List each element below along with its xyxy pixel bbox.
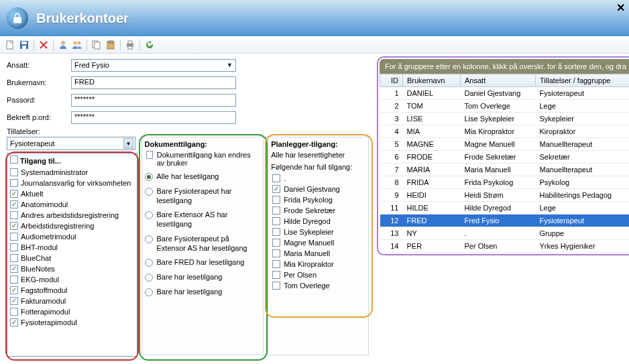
table-row[interactable]: 8FRIDAFrida PsykologPsykolog	[380, 176, 630, 189]
save-icon[interactable]	[18, 39, 30, 51]
checkbox-icon[interactable]	[10, 211, 18, 219]
table-row[interactable]: 3LISELise SykepleierSykepleier	[380, 113, 630, 125]
tilgang-item[interactable]: Systemadministrator	[7, 167, 137, 178]
checkbox-icon[interactable]	[272, 239, 280, 247]
checkbox-icon[interactable]	[272, 271, 280, 279]
checkbox-icon[interactable]	[10, 156, 18, 164]
col-id[interactable]: ID	[380, 74, 403, 87]
tilgang-item[interactable]: BlueNotes	[7, 263, 137, 274]
table-row[interactable]: 9HEIDIHeidi StrømHabiliterings Pedagog	[380, 189, 630, 202]
tilgang-item[interactable]: EKG-modul	[7, 274, 137, 285]
user-icon[interactable]	[57, 39, 69, 51]
planner-item[interactable]: Hilde Dyregod	[271, 216, 365, 227]
checkbox-icon[interactable]	[272, 217, 280, 225]
print-icon[interactable]	[124, 39, 136, 51]
radio-icon[interactable]	[145, 235, 153, 243]
tilgang-item[interactable]: Fagstoffmodul	[7, 285, 137, 296]
checkbox-icon[interactable]	[10, 297, 18, 305]
brukernavn-input[interactable]: FRED	[71, 76, 236, 89]
tilgang-item[interactable]: Aktuelt	[7, 188, 137, 199]
doc-radio-option[interactable]: Bare har lesetilgang	[145, 273, 261, 282]
tilgang-item[interactable]: Anatomimodul	[7, 199, 137, 210]
checkbox-icon[interactable]	[10, 168, 18, 176]
checkbox-icon[interactable]	[10, 308, 18, 316]
table-row[interactable]: 13NY.Gruppe	[380, 227, 630, 240]
checkbox-icon[interactable]	[10, 190, 18, 198]
col-brukernavn[interactable]: Brukernavn	[403, 74, 461, 87]
checkbox-icon[interactable]	[272, 249, 280, 257]
tilgang-item[interactable]: Fotterapimodul	[7, 306, 137, 317]
radio-icon[interactable]	[145, 288, 153, 296]
copy-icon[interactable]	[91, 39, 103, 51]
table-row[interactable]: 6FRODEFrode SekretærSekretær	[380, 151, 630, 164]
doc-radio-option[interactable]: Alle har lesetilgang	[145, 172, 261, 182]
checkbox-icon[interactable]	[10, 243, 18, 251]
tilgang-item[interactable]: Andres arbeidstidsregistrering	[7, 210, 137, 221]
bekreft-input[interactable]: *******	[71, 111, 236, 124]
doc-radio-option[interactable]: Bare Fysioterapeut har lesetilgang	[145, 187, 261, 206]
doc-radio-option[interactable]: Bare Fysioterapeut på Extensor AS har le…	[145, 235, 261, 253]
tilgang-item[interactable]: BlueChat	[7, 253, 137, 263]
radio-icon[interactable]	[145, 173, 153, 181]
radio-icon[interactable]	[145, 259, 153, 267]
tillatelser-dropdown[interactable]: Fysioterapeut ▼	[7, 137, 135, 150]
checkbox-icon[interactable]	[10, 254, 18, 262]
radio-icon[interactable]	[145, 274, 153, 282]
planner-item[interactable]: Lise Sykepleier	[271, 227, 365, 237]
checkbox-icon[interactable]	[10, 286, 18, 294]
planner-item[interactable]: Frode Sekretær	[271, 205, 365, 216]
table-row[interactable]: 11HILDEHilde DyregodLege	[380, 202, 630, 215]
checkbox-icon[interactable]	[272, 282, 280, 290]
ansatt-dropdown[interactable]: Fred Fysio ▼	[71, 59, 236, 72]
checkbox-icon[interactable]	[272, 174, 280, 182]
checkbox-icon[interactable]	[272, 185, 280, 193]
checkbox-icon[interactable]	[10, 200, 18, 208]
checkbox-icon[interactable]	[272, 206, 280, 215]
checkbox-icon[interactable]	[10, 276, 18, 284]
checkbox-icon[interactable]	[10, 318, 18, 326]
users-icon[interactable]	[71, 39, 83, 51]
planner-item[interactable]: Per Olsen	[271, 269, 365, 280]
tilgang-item[interactable]: BHT-modul	[7, 242, 137, 253]
table-row[interactable]: 5MAGNEMagne ManuellManuellterapeut	[380, 138, 630, 151]
checkbox-icon[interactable]	[10, 233, 18, 241]
planner-item[interactable]: Mia Kiropraktor	[271, 259, 365, 269]
col-tillatelser[interactable]: Tillatelser / faggruppe	[536, 74, 630, 87]
close-icon[interactable]: ✕	[616, 1, 625, 14]
planner-item[interactable]: Tom Overlege	[271, 280, 365, 291]
tilgang-item[interactable]: Journalansvarlig for virksomheten	[7, 178, 137, 188]
table-row[interactable]: 4MIAMia KiropraktorKiropraktor	[380, 125, 630, 138]
users-table[interactable]: ID Brukernavn Ansatt Tillatelser / faggr…	[380, 74, 629, 253]
new-icon[interactable]	[4, 39, 16, 51]
checkbox-icon[interactable]	[272, 196, 280, 204]
tilgang-item[interactable]: Fakturamodul	[7, 296, 137, 306]
radio-icon[interactable]	[145, 211, 153, 219]
checkbox-icon[interactable]	[272, 260, 280, 268]
passord-input[interactable]: *******	[71, 94, 236, 107]
radio-icon[interactable]	[145, 188, 153, 196]
planner-item[interactable]: Magne Manuell	[271, 237, 365, 248]
checkbox-icon[interactable]	[10, 265, 18, 273]
planner-item[interactable]: Frida Psykolog	[271, 194, 365, 205]
doc-radio-option[interactable]: Bare FRED har lesetilgang	[145, 258, 261, 267]
paste-icon[interactable]	[105, 39, 117, 51]
checkbox-icon[interactable]	[146, 151, 153, 159]
refresh-icon[interactable]	[144, 39, 156, 51]
checkbox-icon[interactable]	[10, 179, 18, 187]
table-row[interactable]: 1DANIELDaniel GjestvangFysioterapeut	[380, 87, 630, 100]
table-row[interactable]: 12FREDFred FysioFysioterapeut	[380, 215, 630, 227]
doc-radio-option[interactable]: Bare Extensor AS har lesetilgang	[145, 210, 261, 229]
checkbox-icon[interactable]	[272, 228, 280, 236]
table-row[interactable]: 7MARIAMaria ManuellManuellterapeut	[380, 164, 630, 176]
planner-item[interactable]: Maria Manuell	[271, 248, 365, 259]
tilgang-item[interactable]: Arbeidstidsregistrering	[7, 221, 137, 231]
planner-item[interactable]: Daniel Gjestvang	[271, 184, 365, 194]
tilgang-item[interactable]: Fysioterapimodul	[7, 317, 137, 328]
tilgang-item[interactable]: Audiometrimodul	[7, 231, 137, 242]
table-row[interactable]: 2TOMTom OverlegeLege	[380, 100, 630, 113]
planner-item[interactable]: .	[271, 173, 365, 184]
table-row[interactable]: 14PERPer OlsenYrkes Hygieniker	[380, 240, 630, 253]
delete-icon[interactable]	[38, 39, 50, 51]
tilgang-checklist[interactable]: Tilgang til... SystemadministratorJourna…	[7, 153, 137, 357]
doc-radio-option[interactable]: Bare har lesetilgang	[145, 288, 261, 297]
